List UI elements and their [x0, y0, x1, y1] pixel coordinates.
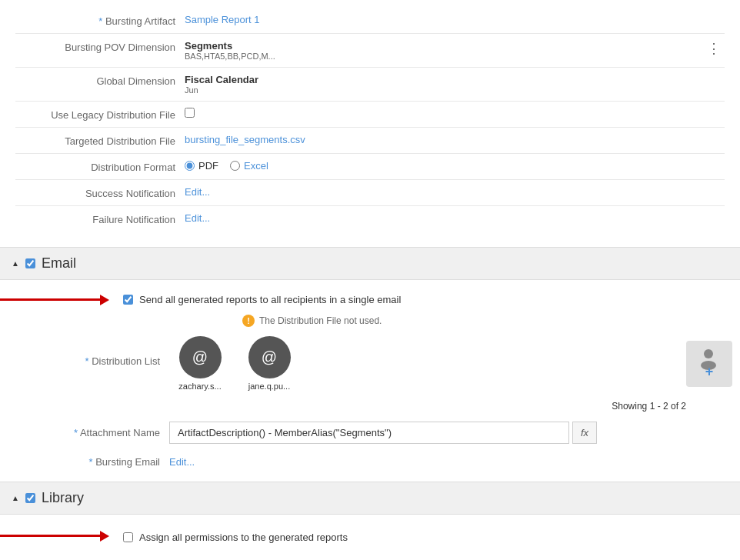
avatar-circle-2: @	[248, 336, 291, 378]
targeted-dist-label: Targeted Distribution File	[15, 134, 185, 147]
required-star: *	[98, 15, 105, 27]
library-red-arrow-line	[0, 535, 100, 537]
distribution-list-row: * Distribution List @ zachary.s... @ jan…	[0, 330, 740, 397]
dist-format-row: Distribution Format PDF Excel	[15, 154, 725, 180]
library-section-content: Assign all permissions to the generated …	[0, 515, 740, 557]
showing-count: Showing 1 - 2 of 2	[0, 397, 740, 415]
pdf-radio-option[interactable]: PDF	[185, 160, 218, 172]
assign-permissions-label: Assign all permissions to the generated …	[139, 532, 348, 543]
global-dimension-row: Global Dimension Fiscal Calendar Jun	[15, 68, 725, 102]
bursting-pov-sub: BAS,HTA5,BB,PCD,M...	[185, 52, 275, 61]
svg-point-0	[704, 349, 713, 358]
use-legacy-value	[185, 108, 725, 118]
bursting-email-link[interactable]: Edit...	[169, 456, 195, 468]
pdf-label: PDF	[198, 160, 218, 172]
attachment-name-input[interactable]	[169, 422, 569, 444]
excel-label: Excel	[244, 160, 268, 172]
bursting-artifact-row: * Bursting Artifact Sample Report 1	[15, 8, 725, 34]
failure-notification-label: Failure Notification	[15, 212, 185, 225]
user-avatar-2: @ jane.q.pu...	[238, 336, 300, 391]
global-dimension-sub: Jun	[185, 85, 198, 95]
bursting-email-row: * Bursting Email Edit...	[0, 450, 740, 474]
user-avatars-wrapper: @ zachary.s... @ jane.q.pu...	[169, 336, 740, 391]
warning-text: The Distribution File not used.	[259, 315, 382, 326]
library-section-header: ▲ Library	[0, 482, 740, 515]
single-email-row: Send all generated reports to all recipi…	[0, 288, 740, 312]
success-notification-label: Success Notification	[15, 186, 185, 199]
bursting-artifact-link[interactable]: Sample Report 1	[185, 14, 260, 25]
dist-list-label: * Distribution List	[0, 336, 169, 367]
targeted-dist-value: bursting_file_segments.csv	[185, 134, 725, 145]
library-section-checkbox[interactable]	[25, 493, 35, 503]
user-avatar-1: @ zachary.s...	[169, 336, 231, 391]
library-section-title: Library	[42, 490, 84, 506]
attachment-name-label: * Attachment Name	[0, 427, 169, 438]
single-email-label: Send all generated reports to all recipi…	[139, 294, 401, 305]
dist-format-value: PDF Excel	[185, 160, 725, 172]
use-legacy-row: Use Legacy Distribution File	[15, 102, 725, 128]
assign-permissions-checkbox[interactable]	[123, 532, 133, 542]
avatar-circle-1: @	[179, 336, 222, 378]
dist-format-radio-group: PDF Excel	[185, 160, 268, 172]
red-arrow-line	[0, 298, 100, 301]
failure-notification-value: Edit...	[185, 212, 725, 224]
email-section-checkbox[interactable]	[25, 258, 35, 268]
avatar-name-1: zachary.s...	[178, 382, 221, 391]
single-email-checkbox[interactable]	[123, 295, 133, 305]
main-form: * Bursting Artifact Sample Report 1 Burs…	[0, 0, 740, 239]
bursting-pov-main: Segments	[185, 40, 275, 52]
bursting-pov-value-col: Segments BAS,HTA5,BB,PCD,M... ⋮	[185, 40, 725, 61]
email-triangle-icon: ▲	[12, 259, 19, 268]
excel-radio-option[interactable]: Excel	[230, 160, 268, 172]
global-dimension-label: Global Dimension	[15, 74, 185, 87]
pdf-radio[interactable]	[185, 161, 195, 171]
bursting-artifact-value: Sample Report 1	[185, 14, 725, 25]
bursting-email-label: * Bursting Email	[0, 456, 169, 468]
kebab-menu-icon[interactable]: ⋮	[703, 40, 725, 57]
use-legacy-checkbox[interactable]	[185, 108, 195, 118]
email-section-content: Send all generated reports to all recipi…	[0, 280, 740, 482]
library-triangle-icon: ▲	[12, 494, 19, 502]
global-dimension-main: Fiscal Calendar	[185, 74, 258, 85]
email-section-header: ▲ Email	[0, 247, 740, 280]
add-user-button[interactable]: +	[686, 341, 732, 387]
attachment-name-row: * Attachment Name fx	[0, 415, 740, 450]
library-red-arrow-container	[0, 531, 109, 542]
failure-notification-link[interactable]: Edit...	[185, 212, 210, 224]
targeted-dist-link[interactable]: bursting_file_segments.csv	[185, 134, 305, 145]
bursting-pov-label: Bursting POV Dimension	[15, 40, 185, 53]
assign-permissions-row: Assign all permissions to the generated …	[0, 522, 740, 549]
excel-radio[interactable]	[230, 161, 240, 171]
bursting-pov-row: Bursting POV Dimension Segments BAS,HTA5…	[15, 34, 725, 68]
pov-row-with-kebab: Segments BAS,HTA5,BB,PCD,M... ⋮	[185, 40, 725, 61]
add-user-icon: +	[698, 347, 721, 380]
targeted-dist-row: Targeted Distribution File bursting_file…	[15, 128, 725, 154]
success-notification-row: Success Notification Edit...	[15, 180, 725, 206]
avatar-name-2: jane.q.pu...	[248, 382, 290, 391]
red-arrow-container	[0, 295, 109, 305]
global-dimension-value-col: Fiscal Calendar Jun	[185, 74, 725, 95]
fx-button[interactable]: fx	[572, 422, 597, 444]
bursting-artifact-label: * Bursting Artifact	[15, 14, 185, 27]
plus-icon: +	[705, 364, 714, 380]
red-arrow-head	[100, 295, 109, 305]
warning-row: ! The Distribution File not used.	[0, 312, 740, 330]
warning-icon: !	[242, 315, 255, 327]
failure-notification-row: Failure Notification Edit...	[15, 206, 725, 232]
dist-format-label: Distribution Format	[15, 160, 185, 173]
success-notification-value: Edit...	[185, 186, 725, 198]
use-legacy-label: Use Legacy Distribution File	[15, 108, 185, 121]
user-avatars-list: @ zachary.s... @ jane.q.pu...	[169, 336, 300, 391]
dist-list-content: @ zachary.s... @ jane.q.pu...	[169, 336, 740, 391]
bursting-pov-values: Segments BAS,HTA5,BB,PCD,M...	[185, 40, 275, 61]
email-section-title: Email	[42, 255, 76, 272]
success-notification-link[interactable]: Edit...	[185, 186, 210, 198]
library-red-arrow-head	[100, 531, 109, 542]
